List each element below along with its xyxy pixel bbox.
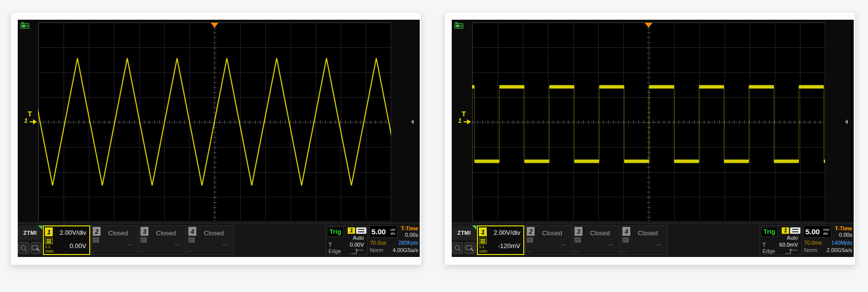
channel2-value-placeholder: -- bbox=[127, 241, 132, 247]
trigger-label: Trig bbox=[761, 227, 778, 237]
touch-gesture-button[interactable] bbox=[452, 242, 463, 254]
drag-gesture-button[interactable] bbox=[465, 242, 475, 254]
timebase-unit-bottom: div bbox=[823, 232, 830, 236]
channel2-sub-placeholder: -:- bbox=[527, 249, 531, 253]
channel1-ground-arrowhead-icon bbox=[467, 119, 471, 124]
logo-tile: ZTMI bbox=[452, 225, 476, 255]
channel1-tile[interactable]: 1 2.00V/div -120mV 1:1 1MΩ bbox=[477, 225, 524, 255]
channel1-offset: -120mV bbox=[498, 242, 520, 250]
status-bar: ZTMI bbox=[452, 222, 854, 257]
panel-collapse-arrow-icon[interactable] bbox=[845, 119, 848, 124]
channel4-coupling-placeholder: − bbox=[188, 237, 195, 243]
channel4-status: Closed bbox=[194, 229, 233, 237]
capture-window: 70.0ms bbox=[804, 240, 822, 246]
channel1-offset: 0.00V bbox=[70, 242, 86, 250]
channel2-status: Closed bbox=[99, 229, 138, 237]
trigger-mode: Auto bbox=[353, 235, 364, 241]
channel3-coupling-placeholder: − bbox=[575, 237, 581, 243]
trigger-level-value: 60.0mV bbox=[779, 242, 798, 248]
acquisition-mode: Norm bbox=[804, 247, 817, 253]
channel1-ground-marker[interactable]: 1 bbox=[458, 117, 462, 124]
channel2-tile[interactable]: 2 Closed − -- -:- bbox=[525, 225, 572, 255]
channel1-badge: 1 bbox=[45, 227, 53, 236]
channel4-tile[interactable]: 4 Closed − -- -:- bbox=[187, 225, 234, 255]
channel4-status: Closed bbox=[628, 229, 667, 237]
memory-depth: 280Kpts bbox=[398, 240, 418, 246]
oscilloscope-capture-left: T 1 ZTMI bbox=[10, 12, 422, 265]
channel2-sub-placeholder: -:- bbox=[93, 249, 97, 253]
oscilloscope-capture-right: T 1 ZTMI bbox=[444, 12, 856, 265]
channel1-scale: 2.00V/div bbox=[494, 229, 520, 236]
trigger-level-marker[interactable]: T bbox=[462, 110, 466, 118]
timebase-box: 5.00 us/ div bbox=[369, 225, 398, 238]
channel4-value-placeholder: -- bbox=[223, 241, 227, 247]
timebase-value: 5.00 bbox=[371, 227, 386, 236]
channel1-probe-ratio: 1:1 bbox=[45, 245, 50, 249]
timebase-unit: ms/ div bbox=[823, 228, 830, 236]
scope-status-icon bbox=[20, 22, 30, 29]
trigger-level-label: T bbox=[762, 242, 766, 248]
timebase-tile[interactable]: 5.00 ms/ div T-Time 0.00s 70.0ms 140Mpts… bbox=[803, 225, 853, 255]
waveform-trace bbox=[472, 22, 825, 221]
channel3-status: Closed bbox=[146, 229, 185, 237]
trigger-type: Edge bbox=[328, 248, 341, 254]
channel4-value-placeholder: -- bbox=[657, 241, 661, 247]
status-wedge-icon bbox=[38, 225, 42, 230]
scope-screen: T 1 ZTMI bbox=[452, 20, 854, 257]
channel1-scale: 2.00V/div bbox=[60, 229, 86, 236]
ttime-value: 0.00s bbox=[839, 232, 852, 238]
trigger-tile[interactable]: Trig 1 Auto T 0.00V Edge bbox=[326, 225, 368, 255]
channel1-impedance: 1MΩ bbox=[479, 249, 487, 254]
channel3-tile[interactable]: 3 Closed − -- -:- bbox=[573, 225, 620, 255]
channel3-value-placeholder: -- bbox=[175, 241, 180, 247]
touch-gesture-button[interactable] bbox=[18, 242, 29, 254]
drag-gesture-button[interactable] bbox=[31, 242, 41, 254]
rising-edge-icon bbox=[785, 248, 798, 255]
timebase-unit: us/ div bbox=[390, 228, 396, 236]
rising-edge-icon bbox=[351, 248, 364, 255]
trigger-level-marker[interactable]: T bbox=[28, 110, 32, 118]
touch-circle-icon bbox=[20, 245, 28, 252]
drag-hand-icon bbox=[32, 245, 40, 252]
ttime-value: 0.00s bbox=[405, 232, 418, 238]
logo-tile: ZTMI bbox=[18, 225, 42, 255]
channel1-tile[interactable]: 1 2.00V/div 0.00V 1:1 1MΩ bbox=[43, 225, 90, 255]
scope-screen: T 1 ZTMI bbox=[18, 20, 420, 257]
timebase-tile[interactable]: 5.00 us/ div T-Time 0.00s 70.0us 280Kpts… bbox=[369, 225, 419, 255]
timebase-value: 5.00 bbox=[805, 227, 820, 236]
trigger-source-badge: 1 bbox=[348, 227, 355, 234]
ttime-label: T-Time bbox=[835, 225, 852, 231]
trigger-coupling-icon bbox=[356, 227, 366, 234]
trigger-type: Edge bbox=[762, 248, 775, 254]
channel1-ground-arrowhead-icon bbox=[33, 119, 37, 124]
dc-coupling-icon bbox=[45, 238, 53, 244]
page-background: T 1 ZTMI bbox=[0, 0, 868, 292]
channel1-ground-marker[interactable]: 1 bbox=[24, 117, 28, 124]
channel3-sub-placeholder: -:- bbox=[575, 249, 579, 253]
ttime-label: T-Time bbox=[401, 225, 418, 231]
channel4-sub-placeholder: -:- bbox=[622, 249, 626, 253]
dc-coupling-icon bbox=[479, 238, 487, 244]
channel4-tile[interactable]: 4 Closed − -- -:- bbox=[621, 225, 668, 255]
trigger-level-value: 0.00V bbox=[350, 242, 364, 248]
channel3-tile[interactable]: 3 Closed − -- -:- bbox=[139, 225, 186, 255]
channel2-coupling-placeholder: − bbox=[527, 237, 533, 243]
channel3-sub-placeholder: -:- bbox=[141, 249, 145, 253]
status-wedge-icon bbox=[472, 225, 476, 230]
channel2-tile[interactable]: 2 Closed − -- -:- bbox=[91, 225, 138, 255]
sample-rate: 4.00GSa/s bbox=[393, 247, 418, 253]
channel3-coupling-placeholder: − bbox=[141, 237, 147, 243]
channel1-impedance: 1MΩ bbox=[45, 249, 53, 254]
trigger-label: Trig bbox=[327, 227, 344, 237]
drag-hand-icon bbox=[466, 245, 474, 252]
trigger-source-badge: 1 bbox=[782, 227, 789, 234]
scope-status-icon bbox=[454, 22, 464, 29]
trigger-tile[interactable]: Trig 1 Auto T 60.0mV Edge bbox=[760, 225, 802, 255]
channel2-value-placeholder: -- bbox=[561, 241, 566, 247]
channel2-status: Closed bbox=[533, 229, 572, 237]
sample-rate: 2.00GSa/s bbox=[827, 247, 852, 253]
channel4-coupling-placeholder: − bbox=[622, 237, 629, 243]
touch-circle-icon bbox=[454, 245, 462, 252]
timebase-box: 5.00 ms/ div bbox=[803, 225, 832, 238]
panel-collapse-arrow-icon[interactable] bbox=[411, 119, 414, 124]
